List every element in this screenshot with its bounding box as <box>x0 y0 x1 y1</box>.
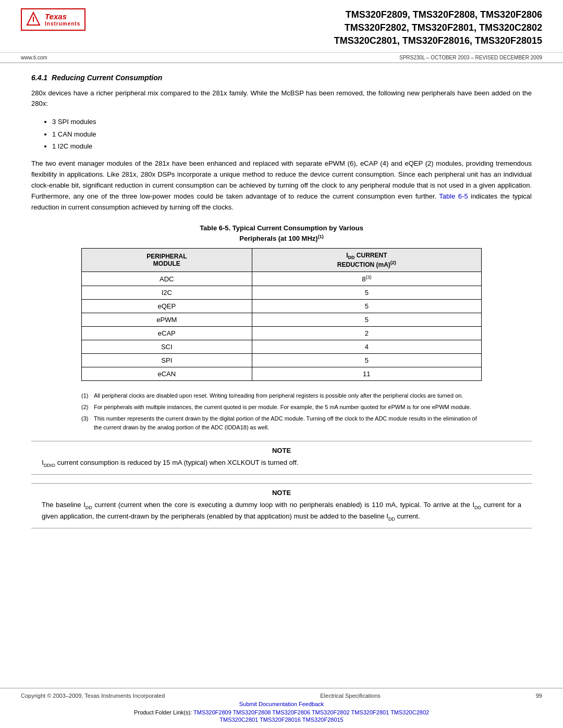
note-box-2: NOTE The baseline IDD current (current w… <box>31 483 532 528</box>
logo-texas-text: Texas <box>45 13 80 21</box>
paragraph-1: 280x devices have a richer peripheral mi… <box>31 88 532 110</box>
footnote-num: (1) <box>81 391 92 401</box>
table-row: SCI4 <box>82 340 482 354</box>
cell-current: 5 <box>252 300 481 313</box>
page: Texas Instruments TMS320F2809, TMS320F28… <box>0 0 563 728</box>
logo-box: Texas Instruments <box>21 8 85 31</box>
cell-current: 5 <box>252 313 481 327</box>
table-row: eQEP5 <box>82 300 482 313</box>
cell-peripheral: eCAN <box>82 367 252 381</box>
logo-instruments-text: Instruments <box>45 21 80 27</box>
footnote-num: (2) <box>81 403 92 412</box>
table-footnotes: (1)All peripheral clocks are disabled up… <box>81 391 482 432</box>
cell-current: 2 <box>252 327 481 340</box>
col-header-current: IDD CURRENT REDUCTION (mA)(2) <box>252 248 481 272</box>
list-item: 3 SPI modules <box>52 116 532 128</box>
cell-peripheral: I2C <box>82 286 252 300</box>
footnote-num: (3) <box>81 414 92 424</box>
footer-product-links-row-2: TMS320C2801 TMS320F28016 TMS320F28015 <box>21 717 542 723</box>
cell-peripheral: eCAP <box>82 327 252 340</box>
doc-number-text: SPRS230L – OCTOBER 2003 – REVISED DECEMB… <box>399 55 542 60</box>
section-number: 6.4.1 <box>31 73 47 82</box>
cell-peripheral: SCI <box>82 340 252 354</box>
document-title: TMS320F2809, TMS320F2808, TMS320F2806 TM… <box>96 8 542 48</box>
footnote-text: This number represents the current drawn… <box>94 414 482 433</box>
note-text-2: The baseline IDD current (current when t… <box>42 500 521 523</box>
section-title-text: Reducing Current Consumption <box>52 73 162 82</box>
footnote-text: For peripherals with multiple instances,… <box>94 403 471 412</box>
table-container: Table 6-5. Typical Current Consumption b… <box>81 223 482 381</box>
content-spacer <box>0 618 563 688</box>
table-row: ADC8(3) <box>82 272 482 286</box>
table-title: Table 6-5. Typical Current Consumption b… <box>81 223 482 243</box>
table-row: ePWM5 <box>82 313 482 327</box>
cell-peripheral: ePWM <box>82 313 252 327</box>
cell-current: 11 <box>252 367 481 381</box>
cell-current: 8(3) <box>252 272 481 286</box>
bullet-list: 3 SPI modules 1 CAN module 1 I2C module <box>52 116 532 152</box>
table-row: I2C5 <box>82 286 482 300</box>
header-subtitle-bar: www.ti.com SPRS230L – OCTOBER 2003 – REV… <box>0 53 563 63</box>
footer-top-row: Copyright © 2003–2009, Texas Instruments… <box>21 693 542 699</box>
footnote-text: All peripheral clocks are disabled upon … <box>94 391 463 401</box>
table-row: SPI5 <box>82 354 482 367</box>
note-box-1: NOTE IDDIO current consumption is reduce… <box>31 441 532 475</box>
footnote-item: (2)For peripherals with multiple instanc… <box>81 403 482 412</box>
table-ref-link[interactable]: Table 6-5 <box>439 192 468 200</box>
note-title-2: NOTE <box>42 489 521 497</box>
product-link-6[interactable]: TMS320C2802 <box>390 709 429 715</box>
col-header-peripheral: PERIPHERAL MODULE <box>82 248 252 272</box>
ti-logo-icon <box>26 11 41 26</box>
product-link-5[interactable]: TMS320F2801 <box>351 709 389 715</box>
section-heading: 6.4.1 Reducing Current Consumption <box>31 73 532 82</box>
header: Texas Instruments TMS320F2809, TMS320F28… <box>0 0 563 53</box>
footer-feedback-row: Submit Documentation Feedback <box>21 701 542 707</box>
list-item: 1 CAN module <box>52 128 532 140</box>
product-link-3[interactable]: TMS320F2806 <box>272 709 310 715</box>
cell-current: 5 <box>252 354 481 367</box>
footer-product-links-row: Product Folder Link(s): TMS320F2809 TMS3… <box>21 709 542 715</box>
cell-peripheral: SPI <box>82 354 252 367</box>
product-link-7[interactable]: TMS320C2801 <box>219 717 258 723</box>
product-folder-label: Product Folder Link(s): <box>134 709 192 715</box>
header-title: TMS320F2809, TMS320F2808, TMS320F2806 TM… <box>96 8 542 48</box>
cell-current: 4 <box>252 340 481 354</box>
note-text-1: IDDIO current consumption is reduced by … <box>42 458 521 469</box>
product-link-4[interactable]: TMS320F2802 <box>312 709 350 715</box>
table-row: eCAN11 <box>82 367 482 381</box>
table-row: eCAP2 <box>82 327 482 340</box>
cell-peripheral: eQEP <box>82 300 252 313</box>
main-content: 6.4.1 Reducing Current Consumption 280x … <box>0 63 563 618</box>
logo-container: Texas Instruments <box>21 8 85 31</box>
note-title-1: NOTE <box>42 447 521 454</box>
website-text: www.ti.com <box>21 55 47 60</box>
cell-current: 5 <box>252 286 481 300</box>
footer: Copyright © 2003–2009, Texas Instruments… <box>0 688 563 728</box>
section-label-text: Electrical Specifications <box>320 693 381 699</box>
data-table: PERIPHERAL MODULE IDD CURRENT REDUCTION … <box>81 248 482 381</box>
footnote-item: (3)This number represents the current dr… <box>81 414 482 433</box>
product-link-2[interactable]: TMS320F2808 <box>233 709 271 715</box>
product-link-1[interactable]: TMS320F2809 <box>193 709 231 715</box>
footnote-item: (1)All peripheral clocks are disabled up… <box>81 391 482 401</box>
feedback-link[interactable]: Submit Documentation Feedback <box>239 701 324 707</box>
paragraph-2: The two event manager modules of the 281… <box>31 158 532 213</box>
copyright-text: Copyright © 2003–2009, Texas Instruments… <box>21 693 165 699</box>
page-number: 99 <box>536 693 542 699</box>
product-link-8[interactable]: TMS320F28016 <box>260 717 301 723</box>
list-item: 1 I2C module <box>52 140 532 152</box>
product-link-9[interactable]: TMS320F28015 <box>302 717 344 723</box>
cell-peripheral: ADC <box>82 272 252 286</box>
